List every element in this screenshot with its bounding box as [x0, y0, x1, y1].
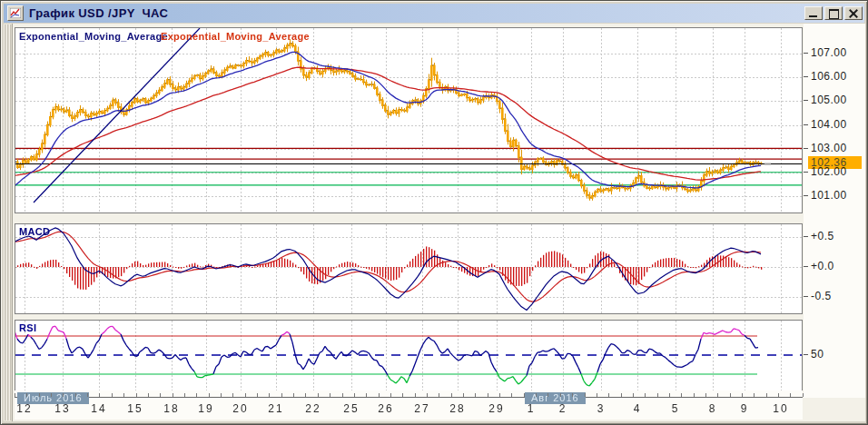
axis-tick-mark	[804, 172, 808, 173]
time-tick-mark	[657, 393, 658, 397]
time-tick-mark	[75, 393, 76, 397]
time-tick-mark	[354, 393, 355, 397]
axis-tick-label: 105.00	[811, 94, 847, 106]
time-tick-mark	[221, 393, 222, 397]
time-tick-mark	[123, 393, 124, 397]
time-tick-mark	[209, 393, 210, 397]
date-label-9: 9	[741, 402, 749, 415]
time-tick-mark	[148, 393, 149, 397]
time-tick-mark	[790, 393, 791, 397]
date-label-26: 26	[378, 402, 393, 415]
close-icon	[845, 7, 862, 19]
window-controls	[804, 6, 863, 20]
axis-tick-label: 102.00	[811, 165, 847, 178]
time-tick-mark	[342, 393, 343, 397]
minimize-button[interactable]	[804, 6, 823, 20]
price-axis[interactable]: 102.36 107.00106.00105.00104.00103.00102…	[804, 24, 865, 398]
time-tick-mark	[184, 393, 185, 397]
price-tick-104.00: 104.00	[804, 118, 847, 131]
time-tick-mark	[499, 393, 500, 397]
time-tick-mark	[536, 393, 537, 397]
time-tick-mark	[402, 393, 403, 397]
date-label-25: 25	[343, 402, 359, 415]
time-tick-mark	[281, 393, 282, 397]
axis-tick-label: +0.5	[811, 230, 834, 242]
close-button[interactable]	[844, 6, 863, 20]
window-title: График USD /JPY ЧАС	[29, 6, 168, 20]
time-tick-mark	[196, 393, 197, 397]
time-tick-mark	[451, 393, 452, 397]
date-label-10: 10	[773, 402, 788, 415]
time-tick-mark	[524, 393, 525, 397]
time-tick-mark	[621, 393, 622, 397]
axis-tick-mark	[804, 124, 808, 125]
time-tick-mark	[597, 393, 597, 397]
time-tick-mark	[379, 393, 380, 397]
time-tick-mark	[547, 393, 548, 397]
time-tick-mark	[390, 393, 391, 397]
chart-client-area: Exponential_Moving_Average Exponential_M…	[4, 24, 864, 421]
time-axis[interactable]: Июль 2016 Авг 2016 121314151819202122252…	[15, 390, 803, 420]
axis-tick-label: 106.00	[811, 70, 847, 83]
axis-tick-mark	[804, 354, 808, 355]
ema-label-2: Exponential_Moving_Average	[161, 31, 310, 42]
time-tick-mark	[585, 393, 586, 397]
price-tick-105.00: 105.00	[804, 94, 847, 106]
date-label-28: 28	[449, 402, 465, 415]
price-tick-107.00: 107.00	[804, 46, 847, 59]
macd-canvas[interactable]	[15, 224, 802, 313]
price-panel: Exponential_Moving_Average Exponential_M…	[15, 27, 803, 213]
chart-window: График USD /JPY ЧАС Exponential_Moving_A…	[0, 0, 868, 425]
time-tick-mark	[51, 393, 52, 397]
date-label-29: 29	[488, 402, 504, 415]
date-label-21: 21	[268, 402, 283, 415]
time-tick-mark	[366, 393, 367, 397]
time-tick-mark	[439, 393, 439, 397]
date-label-5: 5	[672, 402, 680, 415]
date-label-12: 12	[16, 402, 32, 415]
price-tick-102.00: 102.00	[804, 165, 847, 178]
time-tick-mark	[269, 393, 270, 397]
maximize-button[interactable]	[824, 6, 843, 20]
time-tick-mark	[705, 393, 706, 397]
rsi-canvas[interactable]	[15, 321, 802, 393]
macd-label: MACD	[19, 226, 50, 237]
time-tick-mark	[15, 393, 15, 397]
macd-panel: MACD	[15, 223, 803, 314]
date-label-2: 2	[559, 402, 567, 415]
axis-tick-label: 103.00	[811, 142, 847, 154]
axis-tick-label: 104.00	[811, 118, 847, 131]
time-tick-mark	[173, 393, 173, 397]
time-tick-mark	[427, 393, 428, 397]
title-bar[interactable]: График USD /JPY ЧАС	[4, 4, 864, 23]
axis-tick-mark	[804, 236, 808, 237]
axis-tick-label: 101.00	[811, 189, 847, 202]
time-tick-mark	[245, 393, 246, 397]
rsi-label: RSI	[19, 322, 36, 333]
time-tick-mark	[99, 393, 100, 397]
date-label-8: 8	[709, 402, 717, 415]
time-tick-mark	[511, 393, 512, 397]
axis-tick-mark	[804, 195, 808, 196]
time-tick-mark	[766, 393, 767, 397]
date-label-14: 14	[91, 402, 106, 415]
axis-tick-mark	[804, 266, 808, 267]
chart-window-icon[interactable]	[7, 5, 24, 21]
date-label-13: 13	[54, 402, 70, 415]
price-tick-103.00: 103.00	[804, 142, 847, 154]
date-label-1: 1	[528, 402, 536, 415]
date-label-22: 22	[305, 402, 321, 415]
left-grip	[4, 25, 12, 420]
date-label-15: 15	[127, 402, 143, 415]
time-tick-mark	[305, 393, 306, 397]
time-tick-mark	[463, 393, 464, 397]
axis-tick-label: 50	[811, 348, 824, 361]
time-tick-mark	[39, 393, 40, 397]
price-chart-canvas[interactable]	[15, 28, 802, 212]
time-tick-mark	[293, 393, 294, 397]
time-tick-mark	[87, 393, 88, 397]
date-label-27: 27	[414, 402, 429, 415]
macd-tick--0.5: -0.5	[804, 290, 832, 302]
axis-tick-label: -0.5	[811, 290, 832, 302]
time-tick-mark	[754, 393, 755, 397]
